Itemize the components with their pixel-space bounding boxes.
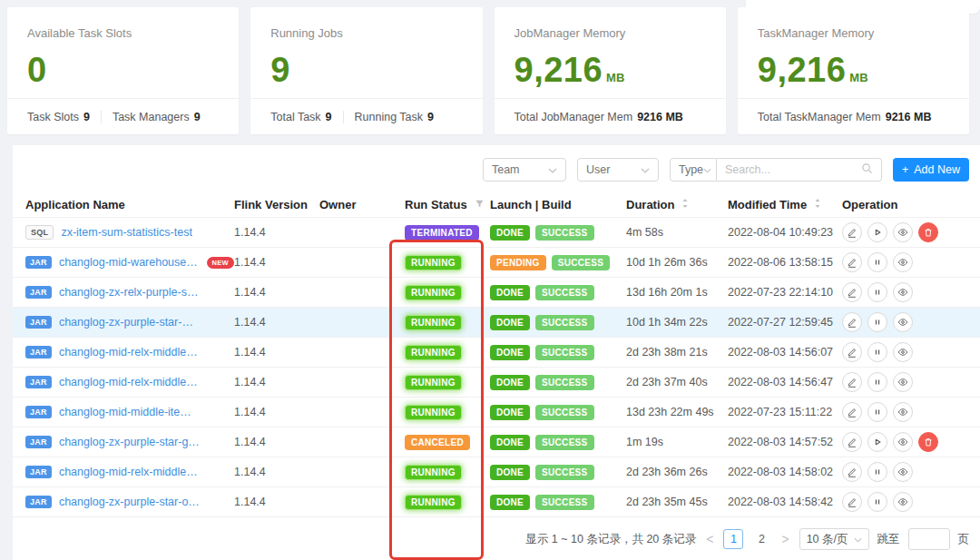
eye-icon[interactable] — [893, 342, 913, 362]
col-launch-build[interactable]: Launch | Build — [490, 198, 626, 211]
run-status-badge: RUNNING — [405, 405, 462, 420]
eye-icon[interactable] — [893, 372, 913, 392]
eye-icon[interactable] — [893, 492, 913, 512]
application-name-cell: SQL zx-item-sum-statistics-test — [25, 225, 234, 240]
col-owner[interactable]: Owner — [319, 198, 405, 211]
flink-version-cell: 1.14.4 — [234, 376, 319, 388]
application-name-link[interactable]: changlog-mid-middle-item-dev — [59, 406, 200, 418]
application-name-link[interactable]: changlog-mid-relx-middle-order-dev — [59, 376, 200, 388]
launch-badge: DONE — [490, 375, 530, 390]
edit-icon[interactable] — [842, 432, 862, 452]
sort-icon[interactable] — [681, 198, 689, 211]
application-name-link[interactable]: changlog-zx-relx-purple-star-store-dev — [59, 286, 200, 299]
table-row[interactable]: JAR changlog-zx-relx-purple-star-store-d… — [13, 278, 980, 308]
page-size-select[interactable]: 10 条/页 — [799, 528, 869, 550]
table-row[interactable]: JAR changlog-zx-purple-star-member-dev 1… — [13, 308, 980, 338]
pagination-summary: 显示 1 ~ 10 条记录，共 20 条记录 — [525, 532, 696, 547]
sort-icon[interactable] — [814, 198, 821, 211]
table-row[interactable]: JAR changlog-mid-relx-middle-deliver-dev… — [13, 338, 980, 368]
edit-icon[interactable] — [842, 312, 862, 332]
search-icon[interactable] — [861, 162, 873, 178]
edit-icon[interactable] — [842, 492, 862, 512]
team-select[interactable]: Team — [483, 158, 566, 182]
duration-cell: 13d 23h 22m 49s — [626, 406, 728, 418]
pause-icon[interactable] — [867, 492, 887, 512]
jump-page-input[interactable] — [908, 528, 950, 550]
col-operation: Operation — [842, 198, 980, 211]
eye-icon[interactable] — [893, 432, 913, 452]
stat-card-footer: Total Task9Running Task9 — [250, 98, 482, 134]
pause-icon[interactable] — [867, 372, 887, 392]
edit-icon[interactable] — [842, 372, 862, 392]
filter-funnel-icon[interactable] — [475, 198, 485, 211]
edit-icon[interactable] — [842, 252, 862, 272]
search-input[interactable] — [725, 163, 852, 176]
pause-icon[interactable] — [867, 252, 887, 272]
stat-card-value-row: 9,216 MB — [495, 40, 726, 90]
table-row[interactable]: JAR changlog-zx-purple-star-order-dev 1.… — [13, 487, 980, 517]
pagination: 显示 1 ~ 10 条记录，共 20 条记录 < 1 2 > 10 条/页 跳至… — [525, 528, 969, 550]
application-name-link[interactable]: zx-item-sum-statistics-test — [61, 226, 191, 239]
user-select-label: User — [586, 163, 610, 176]
eye-icon[interactable] — [893, 252, 913, 272]
table-row[interactable]: JAR changlog-mid-relx-middle-order-dev 1… — [13, 368, 980, 398]
edit-icon[interactable] — [842, 402, 862, 422]
delete-icon[interactable] — [918, 222, 938, 242]
run-status-badge: TERMINATED — [405, 225, 479, 241]
pause-icon[interactable] — [867, 342, 887, 362]
table-row[interactable]: JAR changlog-zx-purple-star-goods-dev 1.… — [13, 427, 980, 457]
launch-badge: PENDING — [490, 255, 546, 270]
modified-time-cell: 2022-07-27 12:59:45 — [728, 316, 842, 329]
prev-page-button[interactable]: < — [704, 532, 715, 546]
col-flink-version[interactable]: Flink Version — [234, 198, 319, 211]
col-run-status[interactable]: Run Status — [405, 198, 490, 211]
table-row[interactable]: SQL zx-item-sum-statistics-test 1.14.4 T… — [13, 218, 980, 248]
eye-icon[interactable] — [893, 222, 913, 242]
eye-icon[interactable] — [893, 312, 913, 332]
eye-icon[interactable] — [893, 282, 913, 302]
app-type-badge: JAR — [25, 496, 52, 508]
col-application-name[interactable]: Application Name — [25, 198, 234, 211]
next-page-button[interactable]: > — [779, 532, 790, 546]
run-status-badge: RUNNING — [405, 495, 462, 510]
application-name-cell: JAR changlog-zx-purple-star-goods-dev — [25, 436, 234, 448]
stat-card-title: JobManager Memory — [495, 7, 726, 40]
application-name-link[interactable]: changlog-mid-warehouse-dev — [59, 256, 200, 269]
flink-version-cell: 1.14.4 — [234, 436, 319, 448]
page-button-2[interactable]: 2 — [751, 529, 771, 549]
pause-icon[interactable] — [867, 462, 887, 482]
pause-icon[interactable] — [867, 282, 887, 302]
pause-icon[interactable] — [867, 312, 887, 332]
add-new-button[interactable]: + Add New — [893, 158, 969, 182]
edit-icon[interactable] — [842, 222, 862, 242]
application-name-link[interactable]: changlog-mid-relx-middle-promotion-dev — [59, 466, 200, 478]
edit-icon[interactable] — [842, 462, 862, 482]
table-row[interactable]: JAR changlog-mid-warehouse-dev NEW 1.14.… — [13, 248, 980, 278]
user-select[interactable]: User — [577, 158, 659, 182]
launch-build-cell: DONE SUCCESS — [490, 495, 626, 510]
pause-icon[interactable] — [867, 402, 887, 422]
application-name-link[interactable]: changlog-zx-purple-star-order-dev — [59, 496, 200, 508]
page-button-1[interactable]: 1 — [723, 529, 743, 549]
type-select[interactable]: Type — [670, 158, 717, 182]
application-name-link[interactable]: changlog-zx-purple-star-member-dev — [59, 316, 200, 329]
eye-icon[interactable] — [893, 402, 913, 422]
table-row[interactable]: JAR changlog-mid-relx-middle-promotion-d… — [13, 457, 980, 487]
col-duration[interactable]: Duration — [626, 198, 728, 211]
search-field — [717, 158, 882, 182]
page-size-label: 10 条/页 — [807, 532, 848, 547]
edit-icon[interactable] — [842, 282, 862, 302]
delete-icon[interactable] — [918, 432, 938, 452]
eye-icon[interactable] — [893, 462, 913, 482]
duration-cell: 2d 23h 38m 21s — [626, 346, 728, 359]
application-name-link[interactable]: changlog-mid-relx-middle-deliver-dev — [59, 346, 200, 359]
table-row[interactable]: JAR changlog-mid-middle-item-dev 1.14.4 … — [13, 398, 980, 427]
launch-badge: DONE — [490, 225, 530, 241]
edit-icon[interactable] — [842, 342, 862, 362]
play-icon[interactable] — [867, 432, 887, 452]
col-modified-time[interactable]: Modified Time — [728, 198, 842, 211]
play-icon[interactable] — [867, 222, 887, 242]
run-status-badge: RUNNING — [405, 345, 462, 360]
flink-version-cell: 1.14.4 — [234, 406, 319, 418]
application-name-link[interactable]: changlog-zx-purple-star-goods-dev — [59, 436, 200, 448]
